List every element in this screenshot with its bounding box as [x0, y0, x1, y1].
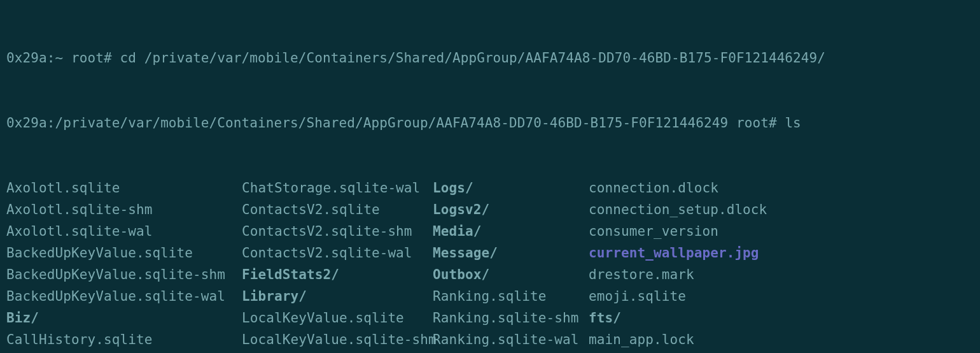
directory-entry: fts/ [589, 310, 621, 326]
ls-row: Axolotl.sqliteChatStorage.sqlite-walLogs… [6, 177, 974, 199]
file-entry: connection.dlock [589, 180, 718, 196]
file-entry: ContactsV2.sqlite-wal [242, 245, 412, 261]
ls-cell: Message/ [433, 242, 589, 264]
ls-cell: Logsv2/ [433, 199, 589, 220]
file-entry: connection_setup.dlock [589, 202, 767, 217]
terminal-window[interactable]: 0x29a:~ root# cd /private/var/mobile/Con… [0, 0, 980, 353]
command-ls: ls [785, 115, 801, 131]
ls-cell: BackedUpKeyValue.sqlite-shm [6, 264, 242, 285]
ls-row: BackedUpKeyValue.sqliteContactsV2.sqlite… [6, 242, 974, 264]
ls-cell: current_wallpaper.jpg [589, 242, 974, 264]
prompt-cwd: /private/var/mobile/Containers/Shared/Ap… [55, 115, 728, 131]
ls-cell: Outbox/ [433, 264, 589, 285]
ls-cell: LocalKeyValue.sqlite-shm [242, 329, 433, 350]
prompt-host: 0x29a [6, 50, 47, 66]
ls-row: Biz/LocalKeyValue.sqliteRanking.sqlite-s… [6, 307, 974, 329]
directory-entry: Biz/ [6, 310, 39, 326]
file-entry: BackedUpKeyValue.sqlite-wal [6, 289, 225, 304]
file-entry: Axolotl.sqlite-wal [6, 224, 152, 239]
file-entry: ContactsV2.sqlite [242, 202, 380, 217]
ls-cell: main_app.lock [589, 329, 974, 350]
ls-cell: ChatStorage.sqlite-wal [242, 177, 433, 199]
ls-cell: Biz/ [6, 307, 242, 329]
ls-cell: LocalKeyValue.sqlite [242, 307, 433, 329]
file-entry: main_app.lock [589, 332, 694, 347]
prompt-line-1: 0x29a:~ root# cd /private/var/mobile/Con… [6, 47, 974, 69]
file-entry: Ranking.sqlite [433, 289, 546, 304]
ls-cell: fts/ [589, 307, 974, 329]
directory-entry: Media/ [433, 224, 481, 239]
directory-entry: FieldStats2/ [242, 267, 339, 282]
file-entry: BackedUpKeyValue.sqlite-shm [6, 267, 225, 282]
ls-cell: Axolotl.sqlite [6, 177, 242, 199]
file-entry: ChatStorage.sqlite-wal [242, 180, 420, 196]
command-cd: cd /private/var/mobile/Containers/Shared… [120, 50, 825, 66]
file-entry: LocalKeyValue.sqlite-shm [242, 332, 437, 347]
ls-cell: Media/ [433, 220, 589, 242]
ls-cell: Logs/ [433, 177, 589, 199]
directory-entry: Outbox/ [433, 267, 489, 282]
ls-cell: CallHistory.sqlite-shm [6, 350, 242, 353]
ls-cell: ContactsV2.sqlite [242, 199, 433, 220]
ls-cell: Sticker.sqlite [433, 350, 589, 353]
ls-cell: Ranking.sqlite-shm [433, 307, 589, 329]
directory-entry: Library/ [242, 289, 307, 304]
directory-entry: Logs/ [433, 180, 473, 196]
ls-cell: consumer_version [589, 220, 974, 242]
ls-row: Axolotl.sqlite-shmContactsV2.sqliteLogsv… [6, 199, 974, 220]
file-entry: drestore.mark [589, 267, 694, 282]
ls-cell: Ranking.sqlite-wal [433, 329, 589, 350]
ls-cell: Ranking.sqlite [433, 285, 589, 307]
file-entry: LocalKeyValue.sqlite [242, 310, 404, 326]
prompt-cwd: ~ [55, 50, 63, 66]
ls-cell: Axolotl.sqlite-wal [6, 220, 242, 242]
prompt-host: 0x29a [6, 115, 47, 131]
ls-row: Axolotl.sqlite-walContactsV2.sqlite-shmM… [6, 220, 974, 242]
file-entry: ContactsV2.sqlite-shm [242, 224, 412, 239]
file-entry: consumer_version [589, 224, 718, 239]
ls-cell: Axolotl.sqlite-shm [6, 199, 242, 220]
prompt-line-2: 0x29a:/private/var/mobile/Containers/Sha… [6, 112, 974, 134]
file-entry: Ranking.sqlite-wal [433, 332, 578, 347]
directory-entry: Logsv2/ [433, 202, 489, 217]
ls-cell: BackedUpKeyValue.sqlite [6, 242, 242, 264]
ls-cell: ContactsV2.sqlite-shm [242, 220, 433, 242]
file-entry: Axolotl.sqlite-shm [6, 202, 152, 217]
file-entry: Ranking.sqlite-shm [433, 310, 578, 326]
ls-cell: Library/ [242, 285, 433, 307]
ls-cell: connection_setup.dlock [589, 199, 974, 220]
file-entry: CallHistory.sqlite [6, 332, 152, 347]
prompt-user: root# [736, 115, 777, 131]
ls-cell: FieldStats2/ [242, 264, 433, 285]
ls-row: CallHistory.sqliteLocalKeyValue.sqlite-s… [6, 329, 974, 350]
image-file-entry: current_wallpaper.jpg [589, 245, 759, 261]
ls-cell: BackedUpKeyValue.sqlite-wal [6, 285, 242, 307]
ls-cell: share_ext.lock [589, 350, 974, 353]
ls-cell: ContactsV2.sqlite-wal [242, 242, 433, 264]
file-entry: BackedUpKeyValue.sqlite [6, 245, 193, 261]
ls-row: BackedUpKeyValue.sqlite-walLibrary/Ranki… [6, 285, 974, 307]
ls-cell: LocalKeyValue.sqlite-wal [242, 350, 433, 353]
ls-cell: emoji.sqlite [589, 285, 974, 307]
file-entry: emoji.sqlite [589, 289, 686, 304]
ls-cell: drestore.mark [589, 264, 974, 285]
ls-cell: connection.dlock [589, 177, 974, 199]
ls-output: Axolotl.sqliteChatStorage.sqlite-walLogs… [6, 177, 974, 353]
ls-row: CallHistory.sqlite-shmLocalKeyValue.sqli… [6, 350, 974, 353]
ls-row: BackedUpKeyValue.sqlite-shmFieldStats2/O… [6, 264, 974, 285]
directory-entry: Message/ [433, 245, 498, 261]
prompt-user: root# [71, 50, 112, 66]
ls-cell: CallHistory.sqlite [6, 329, 242, 350]
file-entry: Axolotl.sqlite [6, 180, 120, 196]
